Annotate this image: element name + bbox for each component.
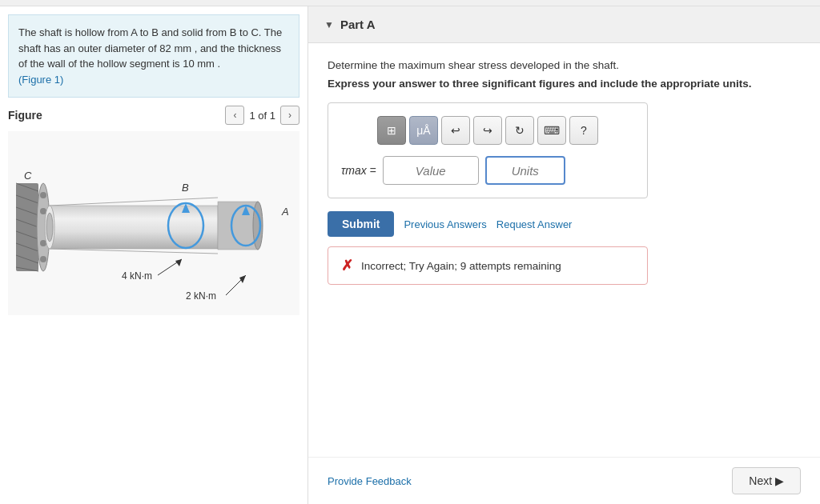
svg-point-13 <box>40 256 46 262</box>
svg-text:2 kN·m: 2 kN·m <box>186 290 216 302</box>
instruction-text: Express your answer to three significant… <box>328 78 801 90</box>
collapse-arrow-icon[interactable]: ▼ <box>324 19 334 30</box>
toolbar: ⊞ μÅ ↩ ↪ ↻ ⌨ ? <box>341 116 634 145</box>
value-input[interactable] <box>383 156 479 185</box>
symbol-button[interactable]: μÅ <box>409 116 438 145</box>
figure-section: Figure ‹ 1 of 1 › <box>8 106 299 496</box>
answer-box: ⊞ μÅ ↩ ↪ ↻ ⌨ ? τmax = <box>328 102 648 198</box>
svg-point-12 <box>40 240 46 246</box>
provide-feedback-link[interactable]: Provide Feedback <box>328 475 412 487</box>
tau-label: τmax = <box>341 164 376 177</box>
figure-nav: ‹ 1 of 1 › <box>225 106 299 125</box>
svg-text:4 kN·m: 4 kN·m <box>122 270 152 282</box>
left-panel: The shaft is hollow from A to B and soli… <box>0 6 308 504</box>
svg-marker-29 <box>239 275 246 283</box>
action-row: Submit Previous Answers Request Answer <box>328 211 801 237</box>
problem-description: The shaft is hollow from A to B and soli… <box>8 14 299 98</box>
svg-point-10 <box>40 192 46 198</box>
figure-label: Figure <box>8 109 42 122</box>
bottom-row: Provide Feedback Next ▶ <box>308 457 820 504</box>
figure-prev-button[interactable]: ‹ <box>225 106 244 125</box>
help-button[interactable]: ? <box>569 116 598 145</box>
next-button[interactable]: Next ▶ <box>732 467 801 494</box>
grid-button[interactable]: ⊞ <box>377 116 406 145</box>
input-row: τmax = <box>341 156 634 185</box>
error-icon: ✗ <box>341 257 353 274</box>
refresh-button[interactable]: ↻ <box>505 116 534 145</box>
svg-text:B: B <box>182 182 189 194</box>
right-panel: ▼ Part A Determine the maximum shear str… <box>308 6 820 504</box>
figure-link[interactable]: (Figure 1) <box>18 74 63 86</box>
error-box: ✗ Incorrect; Try Again; 9 attempts remai… <box>328 246 648 285</box>
problem-text-content: The shaft is hollow from A to B and soli… <box>18 26 282 70</box>
figure-image: C B A 4 kN·m 2 kN·m <box>8 131 299 315</box>
figure-next-button[interactable]: › <box>280 106 299 125</box>
part-header: ▼ Part A <box>308 6 820 43</box>
undo-button[interactable]: ↩ <box>441 116 470 145</box>
next-label: Next ▶ <box>749 474 784 487</box>
svg-text:C: C <box>24 170 32 182</box>
svg-text:A: A <box>281 206 289 218</box>
request-answer-button[interactable]: Request Answer <box>496 218 573 230</box>
question-text: Determine the maximum shear stress devel… <box>328 59 801 71</box>
error-text: Incorrect; Try Again; 9 attempts remaini… <box>361 260 561 272</box>
previous-answers-button[interactable]: Previous Answers <box>404 218 486 230</box>
part-content: Determine the maximum shear stress devel… <box>308 43 820 457</box>
keyboard-button[interactable]: ⌨ <box>537 116 566 145</box>
svg-point-18 <box>46 213 53 242</box>
units-input[interactable] <box>485 156 565 185</box>
redo-button[interactable]: ↪ <box>473 116 502 145</box>
submit-button[interactable]: Submit <box>328 211 394 237</box>
svg-rect-14 <box>50 206 218 249</box>
part-title: Part A <box>340 18 376 31</box>
shaft-svg: C B A 4 kN·m 2 kN·m <box>10 135 298 311</box>
figure-count: 1 of 1 <box>249 110 275 122</box>
svg-point-11 <box>40 208 46 214</box>
figure-header: Figure ‹ 1 of 1 › <box>8 106 299 125</box>
